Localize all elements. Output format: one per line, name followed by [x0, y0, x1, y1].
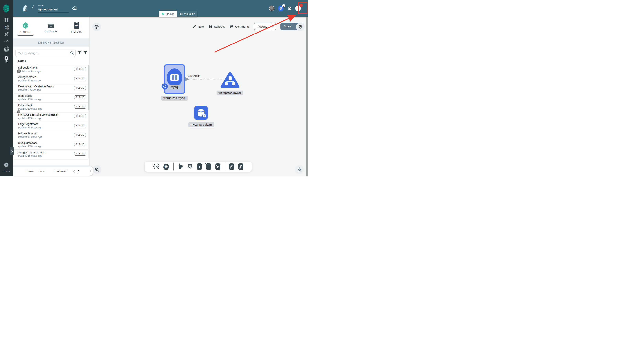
design-row[interactable]: Autogenerated updated 3 hours ago PUBLIC	[13, 74, 89, 84]
search-design-input[interactable]	[15, 49, 76, 57]
rows-per-page-value: 25	[39, 170, 42, 173]
panel-scrollbar-thumb[interactable]	[88, 65, 89, 110]
comments-label: Comments	[235, 25, 250, 28]
designs-count-header: DESIGNS (19,362)	[13, 38, 89, 47]
design-row[interactable]: mysql-database updated 15 hours ago PUBL…	[13, 140, 89, 150]
sidebar-expand-button[interactable]	[10, 147, 14, 155]
notes-tool[interactable]	[187, 164, 193, 170]
user-avatar[interactable]	[269, 6, 274, 11]
panel-scrollbar[interactable]	[88, 65, 89, 159]
visibility-badge[interactable]: PUBLIC	[74, 96, 86, 99]
design-name-value[interactable]: sql-deployment	[38, 8, 58, 11]
canvas-settings-button[interactable]: ⚙	[296, 22, 305, 31]
node-deployment-wordpress-mysql[interactable]: mysql	[164, 64, 185, 94]
design-row[interactable]: Edge Nightmare updated 14 hours ago PUBL…	[13, 121, 89, 131]
design-row[interactable]: ledger-db.yaml updated 14 hours ago PUBL…	[13, 131, 89, 140]
pen-arrow-icon	[230, 164, 234, 169]
visibility-badge[interactable]: PUBLIC	[74, 124, 86, 128]
sidebar-divider	[0, 54, 13, 54]
previous-page-button[interactable]	[73, 170, 75, 174]
tab-filters[interactable]: WA FILTERS	[64, 17, 89, 38]
shapes-tool[interactable]	[178, 163, 183, 170]
visibility-badge[interactable]: PUBLIC	[74, 152, 86, 156]
design-list: ⋮ sql-deployment updated an hour ago PUB…	[13, 65, 89, 159]
container-name-chip: mysql	[168, 85, 181, 90]
new-design-button[interactable]: New	[192, 25, 204, 28]
pen-nib-icon	[297, 167, 302, 172]
visibility-badge[interactable]: PUBLIC	[74, 114, 86, 118]
meshery-logo[interactable]	[2, 4, 11, 14]
panel-collapse-button[interactable]	[89, 166, 93, 176]
wasm-filters-icon: WA	[74, 22, 79, 28]
design-updated: updated 9 hours ago	[18, 88, 41, 91]
service-node-label[interactable]: wordpress-mysql	[217, 90, 243, 96]
component-library-tool[interactable]	[153, 163, 159, 170]
actions-dropdown-caret[interactable]: ▼	[270, 23, 276, 30]
visibility-badge[interactable]: PUBLIC	[74, 67, 86, 71]
svg-text:⚙: ⚙	[7, 28, 9, 30]
design-row[interactable]: Edge-Stack updated 13 hours ago PUBLIC	[13, 102, 89, 112]
save-as-label: Save As	[214, 25, 225, 28]
design-mode-indicator-button[interactable]	[295, 166, 304, 174]
actions-split-button[interactable]: Actions ▼	[254, 23, 276, 30]
visibility-badge[interactable]: PUBLIC	[74, 86, 86, 90]
clone-tool[interactable]	[206, 164, 211, 170]
visibility-badge[interactable]: PUBLIC	[74, 142, 86, 146]
row-menu-kebab-icon[interactable]: ⋮	[15, 66, 18, 70]
tab-visualize-label: Visualize	[184, 12, 195, 16]
visibility-badge[interactable]: PUBLIC	[74, 133, 86, 137]
upload-design-icon[interactable]	[78, 51, 81, 56]
left-nav-sidebar: ⚙ ⚙ ⚙	[0, 0, 13, 176]
kubernetes-tool[interactable]: ☸	[163, 164, 169, 170]
organization-icon[interactable]	[23, 5, 28, 12]
design-row[interactable]: swagger-petstore-app updated 16 hours ag…	[13, 150, 89, 159]
comments-button[interactable]: Comments	[230, 25, 250, 28]
tab-catalog[interactable]: CATALOG	[38, 17, 64, 38]
pvc-node-label[interactable]: mysql-pvc-claim	[188, 122, 214, 127]
filter-funnel-icon[interactable]	[83, 51, 87, 55]
next-page-button[interactable]	[78, 170, 80, 174]
link-tool[interactable]	[215, 164, 221, 170]
components-dock-button[interactable]	[92, 22, 101, 31]
kubernetes-context-switcher[interactable]: ☸ 3	[278, 6, 284, 11]
design-canvas[interactable]: New Save As Comments	[89, 17, 308, 176]
draw-arrow-tool[interactable]	[229, 164, 234, 170]
rows-per-page-select[interactable]: 25 ▼	[39, 170, 45, 173]
text-tool-glyph: T	[198, 165, 200, 168]
freehand-draw-tool[interactable]	[238, 164, 243, 170]
zoom-in-button[interactable]	[93, 165, 101, 174]
rows-per-page-label: Rows	[28, 170, 34, 173]
new-label: New	[198, 25, 204, 28]
design-row[interactable]: edge-stack updated 13 hours ago PUBLIC	[13, 93, 89, 102]
pagination-range: 1-25 19362	[54, 170, 67, 173]
settings-gear-icon[interactable]: ⚙	[287, 6, 292, 11]
deployment-badge-icon[interactable]	[161, 83, 168, 90]
node-pvc-mysql-pvc-claim[interactable]: ?	[194, 106, 208, 120]
text-tool[interactable]: T	[197, 164, 202, 170]
tab-visualize[interactable]: Visualize	[177, 11, 197, 17]
tab-designs[interactable]: DESIGNS	[13, 17, 38, 38]
design-row[interactable]: FMTOK8S-Email-Service(REST) updated 13 h…	[13, 112, 89, 121]
deployment-node-label[interactable]: wordpress-mysql	[161, 96, 188, 100]
sidebar-item-extensions[interactable]	[0, 46, 13, 52]
design-row[interactable]: Design With Validation Errors updated 9 …	[13, 84, 89, 93]
visibility-badge[interactable]: PUBLIC	[74, 105, 86, 108]
sidebar-item-performance[interactable]	[0, 39, 13, 42]
design-row[interactable]: ⋮ sql-deployment updated an hour ago PUB…	[13, 65, 89, 74]
visibility-badge[interactable]: PUBLIC	[74, 77, 86, 80]
sidebar-item-lifecycle[interactable]: ⚙ ⚙ ⚙	[0, 25, 13, 30]
node-service-wordpress-mysql[interactable]	[221, 72, 240, 90]
cloud-sync-icon[interactable]	[72, 6, 78, 11]
page-scrollbar[interactable]	[306, 17, 308, 176]
help-button[interactable]: ?	[4, 163, 9, 167]
column-header-name[interactable]: Name	[18, 59, 26, 62]
sidebar-item-dashboard[interactable]	[0, 18, 13, 22]
search-icon[interactable]	[70, 51, 74, 56]
sidebar-item-configuration[interactable]	[0, 32, 13, 36]
tab-design[interactable]: Design	[159, 11, 177, 17]
gear-icon: ⚙	[298, 24, 303, 30]
save-as-button[interactable]: Save As	[208, 25, 225, 28]
tab-catalog-label: CATALOG	[45, 30, 57, 33]
design-name: Design With Validation Errors	[18, 85, 54, 88]
sidebar-item-kanvas[interactable]	[0, 56, 13, 62]
